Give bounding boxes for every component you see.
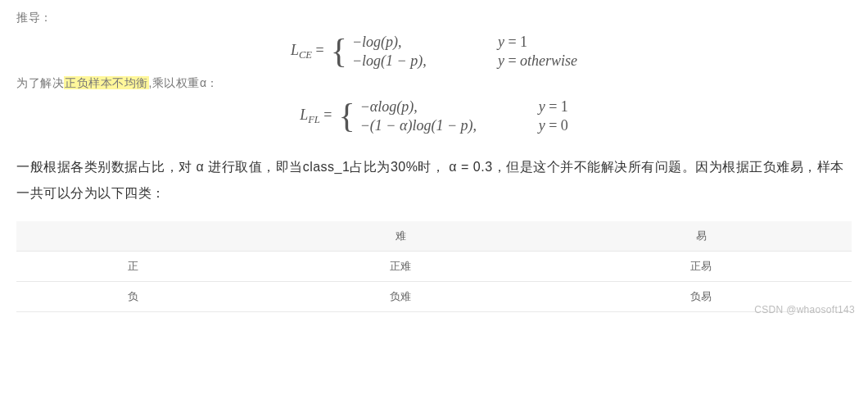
- lfl-row1-expr: −αlog(p),: [360, 98, 524, 116]
- lce-row2-cond-rhs: otherwise: [520, 52, 577, 69]
- equation-fl: LFL = { −αlog(p), y = 1 −(1 − α)log(1 − …: [16, 98, 852, 134]
- lce-row2-cond-y: y: [498, 52, 504, 69]
- lfl-row2-cond-eq: =: [549, 117, 557, 134]
- table-header-row: 难 易: [16, 221, 852, 252]
- lfl-row2-cond-y: y: [539, 117, 545, 134]
- lfl-brace: {: [339, 98, 355, 133]
- equation-ce: LCE = { −log(p), y = 1 −log(1 − p), y: [16, 33, 852, 70]
- lfl-row2-expr: −(1 − α)log(1 − p),: [360, 116, 524, 135]
- derivation-lead: 推导：: [16, 8, 852, 26]
- lfl-eq: =: [323, 107, 332, 123]
- lfl-sub: FL: [308, 114, 320, 125]
- td-pos: 正: [16, 252, 251, 282]
- lce-sub: CE: [299, 49, 312, 61]
- lce-row2-expr: −log(1 − p),: [352, 52, 483, 70]
- lfl-row1-cond-eq: =: [549, 98, 557, 115]
- th-easy: 易: [551, 221, 852, 252]
- quadrant-table: 难 易 正 正难 正易 负 负难 负易: [16, 221, 852, 312]
- lfl-base: L: [300, 107, 308, 123]
- lce-row1-cond-rhs: 1: [520, 34, 527, 50]
- mid-post: ,乘以权重α：: [149, 76, 219, 89]
- td-pos-hard: 正难: [251, 252, 551, 282]
- lfl-row1-cond-y: y: [539, 98, 545, 115]
- lfl-row1-cond-rhs: 1: [561, 98, 568, 115]
- lfl-row2-cond-rhs: 0: [561, 117, 568, 134]
- lce-row1-expr: −log(p),: [352, 33, 483, 52]
- watermark: CSDN @whaosoft143: [754, 304, 855, 315]
- lce-eq: =: [316, 42, 324, 58]
- td-pos-easy: 正易: [551, 252, 852, 282]
- lce-row1-cond-y: y: [498, 34, 504, 50]
- table-row: 正 正难 正易: [16, 252, 852, 282]
- explanation-paragraph: 一般根据各类别数据占比，对 α 进行取值，即当class_1占比为30%时， α…: [16, 154, 852, 206]
- mid-highlight: 正负样本不均衡: [64, 76, 149, 89]
- td-neg: 负: [16, 282, 251, 312]
- lce-brace: {: [331, 34, 347, 68]
- th-hard: 难: [251, 221, 551, 252]
- th-blank: [16, 221, 251, 252]
- td-neg-hard: 负难: [251, 282, 551, 312]
- lce-base: L: [291, 42, 299, 58]
- lce-row2-cond-eq: =: [508, 52, 516, 69]
- lce-row1-cond-eq: =: [508, 34, 516, 50]
- mid-pre: 为了解决: [16, 76, 64, 89]
- table-row: 负 负难 负易: [16, 282, 852, 312]
- alpha-intro-line: 为了解决正负样本不均衡,乘以权重α：: [16, 76, 852, 91]
